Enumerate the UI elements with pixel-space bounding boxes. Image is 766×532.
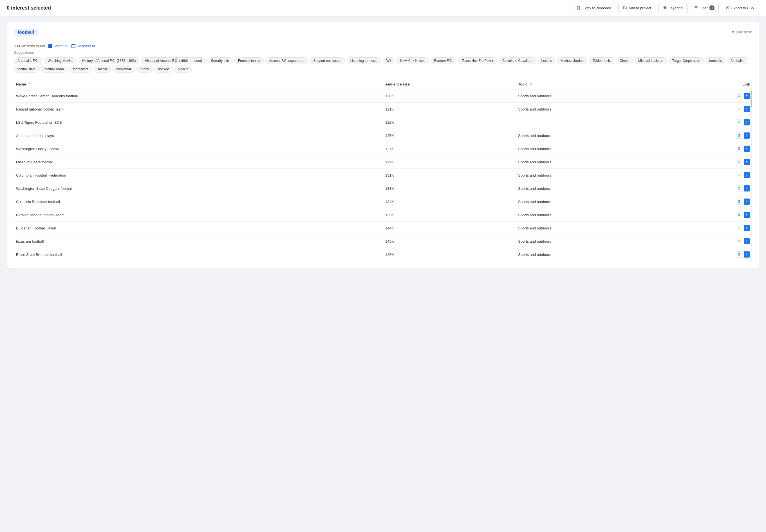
add-to-project-button[interactable]: Add to project bbox=[618, 3, 656, 13]
google-link-icon[interactable]: G bbox=[736, 93, 742, 99]
facebook-link-icon[interactable]: f bbox=[744, 251, 750, 258]
main-content: football ∨ Hide table 500 interests foun… bbox=[0, 16, 766, 274]
export-csv-button[interactable]: Export to CSV bbox=[721, 3, 759, 13]
facebook-link-icon[interactable]: f bbox=[744, 132, 750, 139]
suggestion-tag[interactable]: Wii bbox=[383, 57, 395, 64]
suggestion-tag[interactable]: footballers bbox=[69, 66, 92, 73]
select-all-button[interactable]: ✓ Select all bbox=[48, 44, 68, 48]
table-cell-audience: 122K bbox=[383, 116, 516, 129]
suggestion-tag[interactable]: Support our troops bbox=[310, 57, 345, 64]
suggestion-tag[interactable]: footballs bbox=[706, 57, 726, 64]
google-link-icon[interactable]: G bbox=[736, 159, 742, 165]
top-bar: 0 interest selected Copy to clipboard Ad… bbox=[0, 0, 766, 16]
facebook-link-icon[interactable]: f bbox=[744, 146, 750, 152]
suggestion-tag[interactable]: History of Arsenal F.C. (1966–present) bbox=[141, 57, 206, 64]
google-link-icon[interactable]: G bbox=[736, 106, 742, 112]
suggestion-tag[interactable]: Sorority Life bbox=[208, 57, 233, 64]
sort-icon-topic[interactable]: ⇅ bbox=[530, 83, 532, 86]
table-cell-audience: 134K bbox=[383, 195, 516, 208]
select-all-checkbox: ✓ bbox=[48, 44, 52, 48]
scrollbar-thumb[interactable] bbox=[751, 91, 752, 107]
facebook-link-icon[interactable]: f bbox=[744, 185, 750, 191]
suggestion-tag[interactable]: Arsenal L.F.C. bbox=[14, 57, 42, 64]
search-tag: football bbox=[14, 29, 38, 36]
facebook-link-icon[interactable]: f bbox=[744, 172, 750, 178]
table-cell-audience: 121K bbox=[383, 103, 516, 116]
google-link-icon[interactable]: G bbox=[736, 185, 742, 191]
svg-rect-1 bbox=[578, 6, 580, 10]
google-link-icon[interactable]: G bbox=[736, 132, 742, 139]
suggestion-tag[interactable]: footballer bbox=[727, 57, 748, 64]
sort-icon-name[interactable]: ⇅ bbox=[28, 83, 31, 86]
col-header-link: Link bbox=[679, 79, 752, 89]
scrollbar-track[interactable] bbox=[751, 79, 752, 261]
table-row: Washington State Cougars football133KSpo… bbox=[14, 182, 752, 195]
google-link-icon[interactable]: G bbox=[736, 238, 742, 244]
suggestion-tag[interactable]: Target Corporation bbox=[669, 57, 704, 64]
add-to-project-label: Add to project bbox=[629, 6, 651, 10]
table-row: texas am football145KSports and outdoors… bbox=[14, 235, 752, 248]
deselect-all-button[interactable]: Deselect all bbox=[71, 44, 95, 48]
table-cell-topic: Sports and outdoors bbox=[516, 182, 678, 195]
hide-table-button[interactable]: ∨ Hide table bbox=[732, 30, 752, 34]
facebook-link-icon[interactable]: f bbox=[744, 225, 750, 231]
suggestion-tag[interactable]: Michael Jordan bbox=[557, 57, 587, 64]
google-link-icon[interactable]: G bbox=[736, 251, 742, 258]
facebook-link-icon[interactable]: f bbox=[744, 119, 750, 125]
suggestion-tag[interactable]: football team bbox=[41, 66, 67, 73]
suggestion-tag[interactable]: Arsenal F.C. supporters bbox=[265, 57, 308, 64]
interest-count-label: 0 interest selected bbox=[7, 5, 51, 11]
facebook-link-icon[interactable]: f bbox=[744, 199, 750, 205]
table-cell-name: LSU Tigers Football on SDS bbox=[14, 116, 383, 129]
filter-button[interactable]: Filter 0 bbox=[690, 3, 719, 13]
suggestion-tag[interactable]: Football tennis bbox=[235, 57, 264, 64]
google-link-icon[interactable]: G bbox=[736, 146, 742, 152]
copy-clipboard-label: Copy to clipboard bbox=[583, 6, 611, 10]
suggestion-tag[interactable]: Watching Movies bbox=[44, 57, 77, 64]
suggestion-tag[interactable]: pigskin bbox=[174, 66, 192, 73]
facebook-link-icon[interactable]: f bbox=[744, 106, 750, 112]
interests-table-wrapper: Name ⇅ Audience size ↑ Topic ⇅ Link bbox=[14, 79, 752, 261]
facebook-link-icon[interactable]: f bbox=[744, 212, 750, 218]
table-cell-link: Gf bbox=[679, 182, 752, 195]
suggestion-tag[interactable]: Lowe's bbox=[538, 57, 555, 64]
table-cell-topic: Sports and outdoors bbox=[516, 248, 678, 261]
facebook-link-icon[interactable]: f bbox=[744, 93, 750, 99]
facebook-link-icon[interactable]: f bbox=[744, 238, 750, 244]
table-cell-audience: 120K bbox=[383, 89, 516, 103]
filter-label: Filter bbox=[700, 6, 708, 10]
suggestion-tag[interactable]: Listening to music bbox=[347, 57, 381, 64]
google-link-icon[interactable]: G bbox=[736, 212, 742, 218]
suggestion-tag[interactable]: basketball bbox=[112, 66, 135, 73]
table-row: Colombian Football Federation131KSports … bbox=[14, 169, 752, 182]
suggestion-tag[interactable]: Cleveland Cavaliers bbox=[499, 57, 536, 64]
suggestion-tag[interactable]: football field bbox=[14, 66, 39, 73]
suggestion-tag[interactable]: New York Knicks bbox=[396, 57, 429, 64]
suggestion-tag[interactable]: rugby bbox=[137, 66, 153, 73]
facebook-link-icon[interactable]: f bbox=[744, 159, 750, 165]
table-cell-link: Gf bbox=[679, 116, 752, 129]
sort-icon-audience[interactable]: ↑ bbox=[412, 83, 413, 86]
suggestion-tag[interactable]: hockey bbox=[154, 66, 172, 73]
layering-button[interactable]: Layering bbox=[658, 3, 688, 13]
suggestions-label: Suggestions bbox=[14, 50, 752, 55]
table-cell-topic: Sports and outdoors bbox=[516, 169, 678, 182]
table-row: Washington Husky Football127KSports and … bbox=[14, 142, 752, 155]
google-link-icon[interactable]: G bbox=[736, 225, 742, 231]
google-link-icon[interactable]: G bbox=[736, 119, 742, 125]
suggestion-tag[interactable]: Everton F.C. bbox=[431, 57, 456, 64]
google-link-icon[interactable]: G bbox=[736, 172, 742, 178]
table-row: Colorado Buffaloes football134KSports an… bbox=[14, 195, 752, 208]
table-cell-link: Gf bbox=[679, 248, 752, 261]
suggestion-tag[interactable]: Table tennis bbox=[589, 57, 614, 64]
suggestion-tag[interactable]: Chess bbox=[616, 57, 633, 64]
google-link-icon[interactable]: G bbox=[736, 199, 742, 205]
suggestion-tag[interactable]: History of Arsenal F.C. (1886–1966) bbox=[78, 57, 139, 64]
interests-table: Name ⇅ Audience size ↑ Topic ⇅ Link bbox=[14, 79, 752, 261]
suggestion-tag[interactable]: Texas HoldEm Poker bbox=[458, 57, 497, 64]
table-body: Wake Forest Demon Deacons football120KSp… bbox=[14, 89, 752, 261]
copy-clipboard-button[interactable]: Copy to clipboard bbox=[572, 3, 616, 13]
table-row: Missouri Tigers football129KSports and o… bbox=[14, 155, 752, 169]
suggestion-tag[interactable]: soccer bbox=[94, 66, 111, 73]
suggestion-tag[interactable]: Michael Jackson bbox=[635, 57, 667, 64]
